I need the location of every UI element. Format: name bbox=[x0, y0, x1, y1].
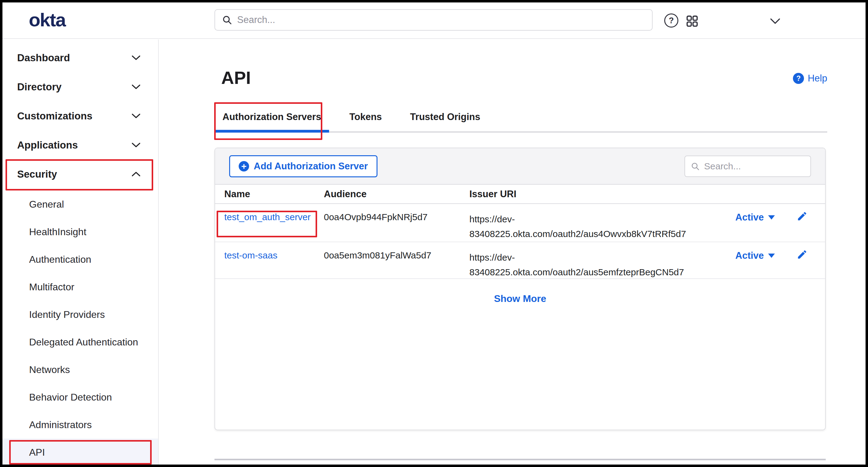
sidebar-item-behavior-detection[interactable]: Behavior Detection bbox=[2, 383, 158, 411]
tab-trusted-origins[interactable]: Trusted Origins bbox=[402, 102, 488, 131]
status-dropdown-button[interactable]: Active bbox=[735, 212, 775, 223]
sidebar-item-dashboard[interactable]: Dashboard bbox=[2, 43, 158, 72]
search-icon bbox=[222, 15, 232, 25]
apps-grid-icon[interactable] bbox=[685, 14, 699, 28]
sidebar-item-authentication[interactable]: Authentication bbox=[2, 245, 158, 273]
column-header-issuer-uri: Issuer URI bbox=[466, 189, 735, 200]
add-authorization-server-label: Add Authorization Server bbox=[254, 161, 368, 172]
edit-pencil-icon[interactable] bbox=[797, 249, 808, 260]
chevron-down-icon bbox=[131, 84, 141, 90]
status-dropdown-button[interactable]: Active bbox=[735, 250, 775, 261]
auth-server-name-link[interactable]: test-om-saas bbox=[224, 250, 277, 260]
sidebar-item-label: Dashboard bbox=[17, 52, 70, 64]
sidebar-item-customizations[interactable]: Customizations bbox=[2, 101, 158, 130]
tab-tokens[interactable]: Tokens bbox=[341, 102, 390, 131]
okta-logo[interactable]: okta bbox=[29, 9, 65, 31]
table-header-row: Name Audience Issuer URI bbox=[215, 185, 825, 204]
table-row: test_om_auth_server 0oa4Ovpb944FpkNRj5d7… bbox=[215, 204, 825, 242]
sidebar-item-label: Customizations bbox=[17, 110, 93, 122]
dropdown-caret-icon bbox=[768, 254, 775, 258]
auth-server-audience: 0oa5em3m081yFalWa5d7 bbox=[320, 242, 466, 279]
auth-server-issuer-uri: https://dev-83408225.okta.com/oauth2/aus… bbox=[469, 250, 690, 279]
sidebar-item-directory[interactable]: Directory bbox=[2, 72, 158, 101]
account-chevron-down-icon[interactable] bbox=[768, 17, 782, 25]
chevron-down-icon bbox=[131, 113, 141, 119]
global-search-input[interactable] bbox=[237, 14, 645, 25]
search-icon bbox=[691, 162, 700, 171]
auth-server-audience: 0oa4Ovpb944FpkNRj5d7 bbox=[320, 204, 466, 242]
sidebar-nav: Dashboard Directory Customizations Appli… bbox=[2, 39, 159, 465]
help-link[interactable]: Help bbox=[793, 73, 827, 84]
table-row: test-om-saas 0oa5em3m081yFalWa5d7 https:… bbox=[215, 242, 825, 279]
question-mark-icon bbox=[664, 13, 678, 28]
chevron-down-icon bbox=[131, 55, 141, 61]
page-title: API bbox=[221, 68, 251, 88]
sidebar-item-delegated-authentication[interactable]: Delegated Authentication bbox=[2, 328, 158, 356]
help-link-label: Help bbox=[808, 73, 827, 84]
sidebar-top-level: Dashboard Directory Customizations Appli… bbox=[2, 39, 158, 189]
edit-pencil-icon[interactable] bbox=[797, 211, 808, 222]
section-divider bbox=[214, 459, 826, 460]
panel-search[interactable] bbox=[684, 156, 811, 177]
dropdown-caret-icon bbox=[768, 215, 775, 220]
help-circle-icon[interactable] bbox=[664, 13, 678, 28]
chevron-up-icon bbox=[131, 171, 141, 177]
help-badge-icon bbox=[793, 73, 804, 84]
sidebar-item-healthinsight[interactable]: HealthInsight bbox=[2, 218, 158, 245]
sidebar-item-administrators[interactable]: Administrators bbox=[2, 411, 158, 438]
panel-toolbar: Add Authorization Server bbox=[215, 148, 825, 185]
okta-admin-screen: okta bbox=[0, 0, 868, 467]
panel-search-input[interactable] bbox=[704, 161, 805, 171]
sidebar-item-general[interactable]: General bbox=[2, 191, 158, 218]
authorization-servers-panel: Add Authorization Server Name Audience I… bbox=[214, 147, 826, 430]
auth-server-issuer-uri: https://dev-83408225.okta.com/oauth2/aus… bbox=[469, 212, 690, 241]
tab-bar: Authorization Servers Tokens Trusted Ori… bbox=[214, 102, 827, 133]
tab-authorization-servers[interactable]: Authorization Servers bbox=[214, 102, 329, 131]
auth-server-name-link[interactable]: test_om_auth_server bbox=[224, 212, 311, 222]
sidebar-item-label: Security bbox=[17, 168, 57, 180]
sidebar-item-networks[interactable]: Networks bbox=[2, 356, 158, 383]
show-more-link[interactable]: Show More bbox=[494, 293, 546, 304]
sidebar-item-label: Directory bbox=[17, 81, 62, 93]
plus-circle-icon bbox=[239, 161, 249, 171]
sidebar-item-label: Applications bbox=[17, 139, 78, 151]
add-authorization-server-button[interactable]: Add Authorization Server bbox=[229, 155, 377, 177]
topbar: okta bbox=[2, 2, 866, 39]
sidebar-security-children: General HealthInsight Authentication Mul… bbox=[2, 189, 158, 466]
sidebar-item-api[interactable]: API bbox=[2, 438, 158, 466]
sidebar-item-security[interactable]: Security bbox=[2, 160, 158, 189]
chevron-down-icon bbox=[131, 142, 141, 148]
sidebar-item-applications[interactable]: Applications bbox=[2, 130, 158, 160]
sidebar-item-identity-providers[interactable]: Identity Providers bbox=[2, 301, 158, 328]
column-header-name: Name bbox=[215, 189, 320, 200]
sidebar-item-multifactor[interactable]: Multifactor bbox=[2, 273, 158, 301]
status-label: Active bbox=[735, 250, 764, 261]
global-search[interactable] bbox=[214, 9, 653, 31]
status-label: Active bbox=[735, 212, 764, 223]
column-header-audience: Audience bbox=[320, 189, 466, 200]
